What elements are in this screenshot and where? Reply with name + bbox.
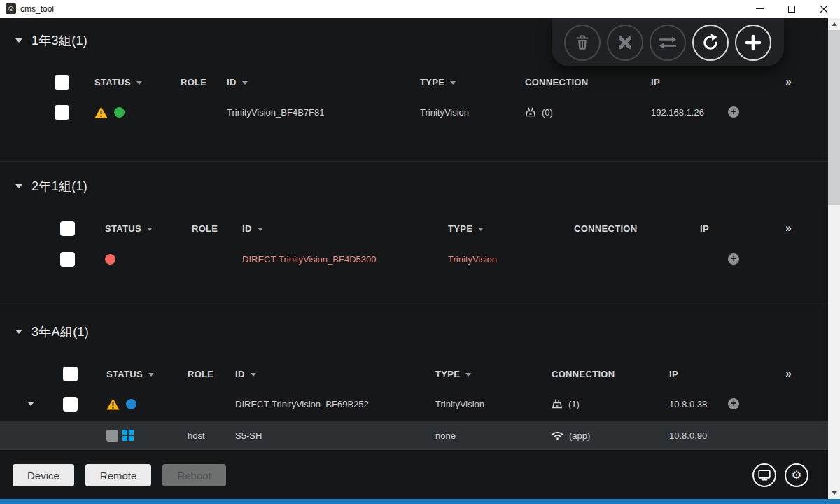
sort-caret-icon (450, 81, 456, 85)
column-status[interactable]: STATUS (106, 369, 188, 379)
cell-id: S5-SH (235, 430, 435, 441)
group-title: 1年3組(1) (31, 32, 88, 49)
display-mode-button[interactable] (752, 463, 776, 487)
close-icon (820, 5, 828, 13)
expand-row-caret-icon[interactable] (27, 402, 34, 406)
maximize-button[interactable] (776, 0, 808, 18)
table-row[interactable]: TrinityVision_BF4B7F81 TrinityVision (0)… (0, 95, 828, 129)
refresh-icon (701, 34, 720, 52)
group-header-2[interactable]: 2年1組(1) (15, 176, 828, 196)
column-id[interactable]: ID (227, 77, 420, 88)
sort-caret-icon (478, 227, 484, 231)
row-checkbox[interactable] (55, 105, 69, 120)
group-title: 3年A組(1) (31, 323, 89, 340)
select-all-checkbox[interactable] (60, 221, 75, 236)
connection-count: (0) (542, 107, 553, 118)
device-button[interactable]: Device (13, 464, 74, 486)
settings-button[interactable]: ⚙ (785, 463, 808, 487)
monitor-icon (758, 470, 771, 481)
add-icon (745, 34, 762, 51)
add-connection-icon[interactable]: + (728, 106, 739, 118)
status-online-icon (114, 107, 125, 118)
table-header: STATUS ROLE ID TYPE CONNECTION IP » (0, 215, 828, 241)
collapse-caret-icon (15, 184, 22, 188)
more-columns-button[interactable]: » (785, 222, 828, 234)
scroll-up-button[interactable] (828, 18, 840, 30)
cell-type: none (435, 430, 552, 441)
table-row[interactable]: DIRECT-TrinityVision_BF69B252 TrinityVis… (0, 387, 828, 421)
column-connection: CONNECTION (574, 223, 700, 234)
reboot-button[interactable]: Reboot (162, 464, 225, 486)
scroll-up-icon (832, 22, 837, 26)
row-checkbox[interactable] (63, 397, 78, 412)
status-direct-icon (126, 399, 136, 410)
sort-caret-icon (136, 81, 142, 85)
cell-id: TrinityVision_BF4B7F81 (227, 107, 420, 118)
cell-type: TrinityVision (448, 254, 574, 265)
more-columns-button[interactable]: » (785, 76, 828, 88)
router-icon (552, 399, 563, 409)
column-role: ROLE (188, 369, 235, 379)
add-connection-icon[interactable]: + (728, 253, 739, 265)
column-type[interactable]: TYPE (420, 77, 525, 88)
more-columns-button[interactable]: » (785, 368, 828, 380)
wifi-icon (552, 431, 564, 440)
delete-button[interactable] (564, 24, 601, 61)
cell-type: TrinityVision (420, 107, 525, 118)
select-all-checkbox[interactable] (55, 75, 69, 90)
cell-ip: 192.168.1.26 (651, 107, 728, 118)
sort-caret-icon (465, 373, 471, 377)
windows-os-icon (122, 430, 134, 441)
row-checkbox[interactable] (60, 252, 75, 267)
table-subrow[interactable]: host S5-SH none (app) 10.8.0.90 (0, 421, 828, 450)
group-section-3: 3年A組(1) STATUS ROLE ID TYPE CONNECTION I… (0, 307, 828, 450)
column-connection: CONNECTION (552, 369, 669, 379)
column-role: ROLE (181, 77, 227, 88)
table-header: STATUS ROLE ID TYPE CONNECTION IP » (0, 69, 828, 95)
group-section-2: 2年1組(1) STATUS ROLE ID TYPE CONNECTION I… (0, 162, 828, 307)
warning-icon (94, 106, 108, 118)
sort-caret-icon (258, 227, 263, 231)
subrow-checkbox[interactable] (106, 430, 118, 442)
disconnect-button[interactable] (607, 24, 643, 61)
vertical-scrollbar[interactable] (828, 18, 840, 499)
scrollbar-thumb[interactable] (828, 30, 840, 205)
add-connection-icon[interactable]: + (728, 398, 739, 410)
table-row[interactable]: DIRECT-TrinityVision_BF4D5300 TrinityVis… (0, 241, 828, 276)
main-content: 1年3組(1) STATUS ROLE ID TYPE CONNECTION I… (0, 18, 828, 499)
add-device-button[interactable] (735, 24, 771, 61)
column-status[interactable]: STATUS (94, 77, 181, 88)
close-button[interactable] (808, 0, 840, 18)
sort-caret-icon (147, 227, 153, 231)
collapse-caret-icon (15, 330, 22, 334)
scroll-down-icon (832, 491, 837, 495)
column-type[interactable]: TYPE (435, 369, 552, 379)
warning-icon (106, 398, 120, 410)
table-header: STATUS ROLE ID TYPE CONNECTION IP » (0, 360, 828, 387)
cell-type: TrinityVision (435, 399, 552, 410)
action-toolbar (552, 18, 784, 66)
bottom-accent-bar (0, 499, 840, 504)
scroll-down-button[interactable] (828, 487, 840, 499)
remote-button[interactable]: Remote (85, 464, 152, 486)
minimize-button[interactable] (743, 0, 776, 18)
app-logo-icon: ◎ (6, 4, 16, 14)
transfer-icon (658, 36, 678, 50)
collapse-caret-icon (15, 38, 22, 43)
column-id[interactable]: ID (235, 369, 435, 379)
maximize-icon (788, 6, 795, 13)
column-id[interactable]: ID (242, 223, 448, 234)
select-all-checkbox[interactable] (63, 367, 78, 382)
window-controls (743, 0, 840, 18)
column-ip: IP (700, 223, 728, 234)
column-status[interactable]: STATUS (105, 223, 192, 234)
cell-role: host (188, 430, 235, 441)
sort-caret-icon (242, 81, 248, 85)
status-error-icon (105, 254, 115, 265)
refresh-button[interactable] (692, 24, 729, 61)
column-type[interactable]: TYPE (448, 223, 574, 234)
group-header-3[interactable]: 3年A組(1) (15, 322, 828, 342)
column-connection: CONNECTION (525, 77, 651, 88)
transfer-button[interactable] (650, 24, 686, 61)
window-title: cms_tool (20, 4, 54, 14)
